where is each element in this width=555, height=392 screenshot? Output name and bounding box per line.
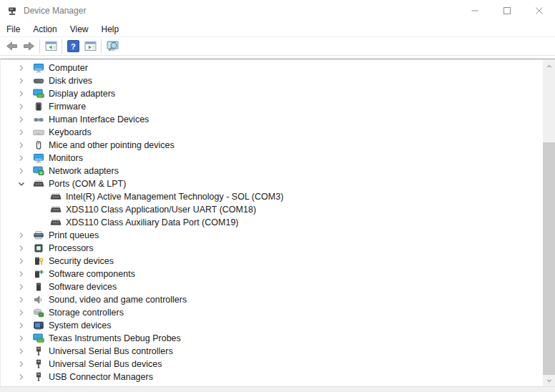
tree-expander[interactable] xyxy=(16,346,27,357)
tree-expander[interactable] xyxy=(16,255,27,267)
tree-item-xds110-class-auxiliary-data-port-com19[interactable]: XDS110 Class Auxiliary Data Port (COM19) xyxy=(1,216,543,229)
tree-expander[interactable] xyxy=(16,294,27,305)
tree-item-universal-serial-bus-controllers[interactable]: Universal Serial Bus controllers xyxy=(1,345,543,358)
minimize-icon xyxy=(471,7,478,14)
tree-item-intel-r-active-management-technology-sol-com3[interactable]: Intel(R) Active Management Technology - … xyxy=(1,190,543,203)
tree-expander[interactable] xyxy=(16,165,27,177)
chevron-right-icon[interactable] xyxy=(16,242,27,254)
scroll-up-button[interactable] xyxy=(543,60,555,72)
tree-item-security-devices[interactable]: Security devices xyxy=(1,255,543,268)
tree-item-disk-drives[interactable]: Disk drives xyxy=(1,74,543,87)
chevron-right-icon[interactable] xyxy=(16,281,27,293)
chevron-right-icon[interactable] xyxy=(16,114,27,125)
chevron-right-icon[interactable] xyxy=(16,75,27,87)
tree-expander[interactable] xyxy=(16,242,27,254)
tree-expander[interactable] xyxy=(16,88,27,99)
menu-help[interactable]: Help xyxy=(95,21,126,36)
indent-spacer xyxy=(33,217,44,228)
tree-expander[interactable] xyxy=(16,62,27,74)
tree-item-processors[interactable]: Processors xyxy=(1,242,543,255)
tree-item-universal-serial-bus-devices[interactable]: Universal Serial Bus devices xyxy=(1,358,543,371)
maximize-button[interactable] xyxy=(491,0,523,21)
tree-item-sound-video-and-game-controllers[interactable]: Sound, video and game controllers xyxy=(1,293,543,306)
tree-item-print-queues[interactable]: Print queues xyxy=(1,229,543,242)
chevron-right-icon[interactable] xyxy=(16,152,27,164)
close-icon xyxy=(536,7,543,14)
chevron-right-icon[interactable] xyxy=(16,139,27,151)
show-hide-console-tree-button[interactable] xyxy=(42,39,59,54)
chevron-right-icon[interactable] xyxy=(16,62,27,74)
tree-item-firmware[interactable]: Firmware xyxy=(1,100,543,113)
chevron-right-icon[interactable] xyxy=(16,307,27,318)
scan-for-hardware-changes-button[interactable] xyxy=(104,39,121,54)
help-button[interactable] xyxy=(64,39,82,54)
menu-view[interactable]: View xyxy=(64,21,95,36)
tree-item-xds110-class-application-user-uart-com18[interactable]: XDS110 Class Application/User UART (COM1… xyxy=(1,203,543,216)
chevron-right-icon[interactable] xyxy=(16,230,27,241)
close-button[interactable] xyxy=(523,0,555,21)
tree-expander[interactable] xyxy=(16,320,27,331)
tree-item-mice-and-other-pointing-devices[interactable]: Mice and other pointing devices xyxy=(1,139,543,152)
tree-item-monitors[interactable]: Monitors xyxy=(1,152,543,165)
forward-button[interactable] xyxy=(20,39,37,54)
chevron-right-icon[interactable] xyxy=(16,333,27,344)
tree-expander[interactable] xyxy=(16,139,27,151)
chevron-right-icon[interactable] xyxy=(16,346,27,357)
chevron-right-icon[interactable] xyxy=(16,165,27,177)
scrollbar-thumb[interactable] xyxy=(543,142,555,375)
properties-button[interactable] xyxy=(82,39,99,54)
chevron-right-icon[interactable] xyxy=(16,358,27,370)
device-tree: Computer Disk drives Display adapters Fi… xyxy=(1,60,543,386)
tree-item-computer[interactable]: Computer xyxy=(1,62,543,74)
tree-expander[interactable] xyxy=(16,307,27,318)
tree-item-display-adapters[interactable]: Display adapters xyxy=(1,87,543,100)
tree-expander[interactable] xyxy=(16,178,27,190)
forward-arrow-icon xyxy=(23,40,35,52)
hid-icon xyxy=(33,114,44,125)
back-button[interactable] xyxy=(3,39,20,54)
scroll-down-button[interactable] xyxy=(543,374,555,386)
serial-port-icon xyxy=(50,217,62,228)
vertical-scrollbar[interactable] xyxy=(543,60,555,386)
chevron-right-icon[interactable] xyxy=(16,294,27,305)
chevron-right-icon[interactable] xyxy=(16,320,27,331)
chevron-right-icon[interactable] xyxy=(16,88,27,99)
tree-item-software-components[interactable]: Software components xyxy=(1,268,543,280)
tree-item-system-devices[interactable]: System devices xyxy=(1,319,543,332)
tree-expander[interactable] xyxy=(16,333,27,344)
tree-item-software-devices[interactable]: Software devices xyxy=(1,280,543,293)
tree-item-network-adapters[interactable]: Network adapters xyxy=(1,165,543,177)
tree-expander[interactable] xyxy=(16,268,27,280)
monitor-card-icon xyxy=(33,333,44,344)
chevron-right-icon[interactable] xyxy=(16,101,27,112)
chevron-down-icon[interactable] xyxy=(16,178,27,190)
speaker-icon xyxy=(33,294,44,305)
tree-item-ports-com-lpt[interactable]: Ports (COM & LPT) xyxy=(1,177,543,190)
tree-expander[interactable] xyxy=(16,152,27,164)
tree-item-texas-instruments-debug-probes[interactable]: Texas Instruments Debug Probes xyxy=(1,332,543,345)
tree-expander[interactable] xyxy=(16,101,27,112)
tree-item-human-interface-devices[interactable]: Human Interface Devices xyxy=(1,113,543,126)
minimize-button[interactable] xyxy=(458,0,491,21)
chevron-right-icon[interactable] xyxy=(16,127,27,138)
tree-expander[interactable] xyxy=(16,230,27,241)
chevron-right-icon[interactable] xyxy=(16,371,27,383)
menu-file[interactable]: File xyxy=(0,21,26,36)
tree-expander[interactable] xyxy=(16,371,27,383)
tree-expander[interactable] xyxy=(16,75,27,87)
network-adapter-icon xyxy=(33,165,44,177)
tree-item-keyboards[interactable]: Keyboards xyxy=(1,126,543,139)
toolbar xyxy=(0,37,555,56)
tree-expander[interactable] xyxy=(16,281,27,293)
tree-expander[interactable] xyxy=(16,127,27,138)
tree-expander[interactable] xyxy=(16,358,27,370)
toolbar-separator xyxy=(39,39,40,54)
firmware-icon xyxy=(33,101,44,112)
chevron-right-icon[interactable] xyxy=(16,268,27,280)
tree-expander[interactable] xyxy=(16,114,27,125)
tree-item-storage-controllers[interactable]: Storage controllers xyxy=(1,306,543,319)
tree-item-usb-connector-managers[interactable]: USB Connector Managers xyxy=(1,371,543,383)
chevron-right-icon[interactable] xyxy=(16,255,27,267)
menu-action[interactable]: Action xyxy=(26,21,63,36)
storage-controller-icon xyxy=(33,307,44,318)
